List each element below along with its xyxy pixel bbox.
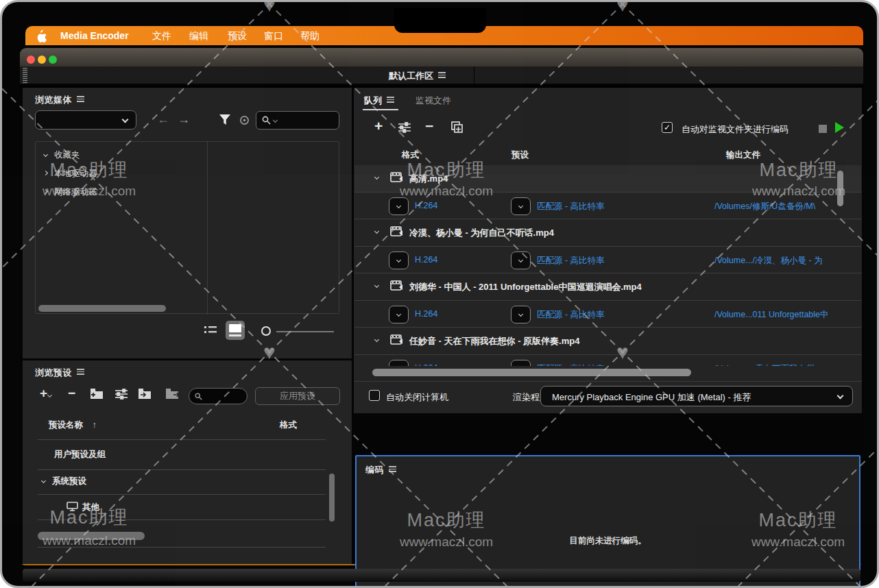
thumbnail-view-button[interactable] [226, 321, 245, 340]
new-preset-group-icon[interactable] [90, 388, 104, 402]
workspace-tab[interactable]: 默认工作区 [389, 70, 446, 82]
column-preset[interactable]: 预设 [511, 149, 529, 161]
menu-window[interactable]: 窗口 [264, 26, 283, 45]
format-link[interactable]: H.264 [415, 309, 437, 319]
preset-browser-menu-icon[interactable] [77, 369, 84, 375]
output-path-link[interactable]: /Volume...011 Unforgettable中 [714, 309, 845, 321]
preset-format-column-header[interactable]: 格式 [280, 419, 297, 431]
workspace-menu-icon[interactable] [438, 72, 446, 78]
menu-edit[interactable]: 编辑 [189, 26, 208, 45]
preset-search-input[interactable] [189, 388, 248, 404]
preset-dropdown-button[interactable] [511, 306, 531, 323]
apply-preset-button[interactable]: 应用预设 [255, 387, 340, 405]
chevron-down-icon[interactable] [374, 175, 379, 180]
preset-link[interactable]: 匹配源 - 高比特率 [537, 255, 605, 267]
tab-watch-folders[interactable]: 监视文件 [416, 95, 451, 107]
format-dropdown-button[interactable] [389, 197, 409, 215]
menubar-app-name[interactable]: Media Encoder [60, 26, 129, 45]
list-view-icon[interactable] [204, 325, 217, 339]
search-scope-chevron-icon[interactable] [273, 118, 278, 123]
preset-link[interactable]: 匹配源 - 高比特率 [537, 201, 605, 212]
queue-horizontal-scrollbar[interactable] [372, 369, 691, 376]
preset-link[interactable]: 匹配源 - 高比特率 [537, 363, 605, 366]
media-browser-menu-icon[interactable] [77, 96, 84, 102]
queue-row-group[interactable]: 高清.mp4 [354, 165, 861, 192]
forward-arrow-button[interactable]: → [178, 112, 190, 127]
tree-item-local-drives[interactable]: 本地驱动器 [41, 165, 97, 182]
queue-row-group[interactable]: 冷漠、杨小曼 - 为何自己不听话.mp4 [354, 219, 861, 246]
output-path-link[interactable]: /Volume.../冷漠、杨小曼 - 为 [714, 255, 845, 267]
preset-dropdown-button[interactable] [511, 197, 531, 215]
menu-help[interactable]: 帮助 [300, 26, 320, 45]
duplicate-icon[interactable] [450, 121, 463, 137]
queue-output-row[interactable]: H.264 匹配源 - 高比特率 /Volume.../冷漠、杨小曼 - 为 [354, 246, 861, 273]
chevron-down-icon[interactable] [43, 152, 48, 157]
output-path-link[interactable]: /Volume... 天在下雨我在想 [714, 363, 845, 366]
queue-output-row[interactable]: H.264 匹配源 - 高比特率 /Volume... 天在下雨我在想 [354, 354, 861, 366]
export-presets-icon[interactable] [165, 388, 180, 402]
chevron-down-icon[interactable] [374, 283, 379, 288]
format-link[interactable]: H.264 [415, 363, 437, 366]
preset-dropdown-button[interactable] [511, 252, 531, 269]
import-presets-icon[interactable] [138, 388, 152, 402]
close-window-button[interactable] [27, 56, 35, 64]
column-output[interactable]: 输出文件 [726, 149, 760, 161]
column-format[interactable]: 格式 [402, 149, 419, 161]
back-arrow-button[interactable]: ← [157, 112, 169, 127]
format-link[interactable]: H.264 [415, 201, 437, 210]
preset-settings-icon[interactable] [115, 389, 128, 402]
filter-icon[interactable] [219, 114, 231, 128]
format-dropdown-button[interactable] [389, 306, 409, 323]
renderer-dropdown[interactable]: Mercury Playback Engine GPU 加速 (Metal) -… [540, 386, 853, 406]
auto-encode-checkbox[interactable]: ✓ [662, 122, 673, 133]
window-titlebar[interactable] [20, 48, 863, 66]
chevron-right-icon[interactable] [43, 189, 48, 194]
zoom-window-button[interactable] [49, 56, 57, 64]
menu-file[interactable]: 文件 [152, 26, 171, 45]
tree-item-favorites[interactable]: 收藏夹 [41, 147, 80, 163]
menu-preset[interactable]: 预设 [228, 26, 247, 45]
start-queue-button[interactable] [835, 122, 844, 133]
zoom-slider-track[interactable] [276, 331, 334, 332]
add-preset-button[interactable]: + [40, 388, 51, 399]
queue-vertical-scrollbar[interactable] [837, 171, 843, 206]
encoding-menu-icon[interactable] [389, 466, 396, 472]
queue-output-row[interactable]: H.264 匹配源 - 高比特率 /Volumes/修斯/U盘备份/M\ [354, 192, 861, 219]
eye-icon[interactable] [239, 115, 250, 128]
add-source-button[interactable]: + [374, 121, 383, 132]
queue-output-row[interactable]: H.264 匹配源 - 高比特率 /Volume...011 Unforgett… [354, 300, 861, 328]
preset-vertical-scrollbar[interactable] [329, 474, 335, 522]
tree-horizontal-scrollbar[interactable] [38, 305, 166, 312]
preset-row-system-presets[interactable]: 系统预设 [42, 476, 86, 487]
queue-row-group[interactable]: 刘德华 - 中国人 - 2011 Unforgettable中国巡迴演唱会.mp… [354, 273, 861, 300]
format-dropdown-button[interactable] [389, 252, 409, 269]
apple-menu-icon[interactable] [35, 26, 47, 45]
preset-dropdown-button[interactable] [511, 360, 531, 366]
media-search-input[interactable] [256, 111, 339, 130]
remove-source-button[interactable]: − [425, 121, 433, 132]
tree-item-network-drives[interactable]: 网络驱动器 [41, 184, 97, 200]
preset-row-user-presets[interactable]: 用户预设及组 [54, 449, 106, 461]
preset-horizontal-scrollbar[interactable] [38, 532, 145, 540]
chevron-down-icon[interactable] [41, 478, 46, 483]
chevron-down-icon[interactable] [374, 337, 379, 342]
media-source-dropdown[interactable] [35, 110, 136, 130]
panel-grip-handle[interactable] [23, 68, 27, 84]
queue-row-group[interactable]: 任妙音 - 天在下雨我在想你 - 原版伴奏.mp4 [354, 328, 861, 354]
preset-name-column-header[interactable]: 预设名称 ↑ [49, 419, 97, 431]
format-dropdown-button[interactable] [389, 360, 409, 366]
queue-settings-icon[interactable] [398, 122, 411, 136]
queue-menu-icon[interactable] [387, 97, 394, 103]
chevron-right-icon[interactable] [43, 171, 48, 175]
zoom-slider-knob[interactable] [261, 326, 271, 336]
auto-shutdown-checkbox[interactable] [369, 390, 380, 401]
delete-preset-button[interactable]: − [68, 388, 75, 399]
preset-link[interactable]: 匹配源 - 高比特率 [537, 309, 605, 321]
tab-queue[interactable]: 队列 [364, 95, 394, 107]
chevron-down-icon[interactable] [374, 229, 379, 234]
output-path-link[interactable]: /Volumes/修斯/U盘备份/M\ [714, 201, 845, 212]
minimize-window-button[interactable] [38, 56, 46, 64]
preset-row-other[interactable]: 其他 [67, 502, 99, 513]
stop-queue-button[interactable] [819, 125, 827, 133]
format-link[interactable]: H.264 [415, 255, 437, 265]
